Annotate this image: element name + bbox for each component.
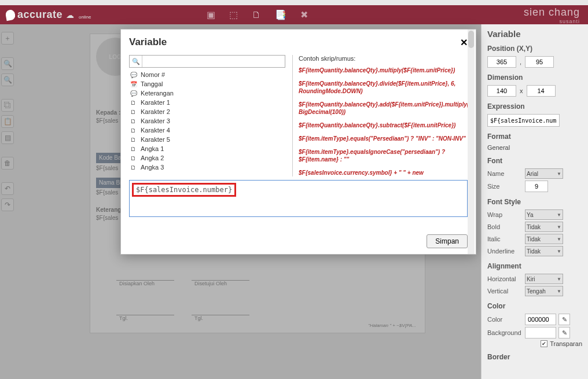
font-section: Font (487, 157, 582, 165)
italic-select[interactable]: Tidak▼ (525, 234, 563, 244)
underline-select[interactable]: Tidak▼ (525, 246, 563, 256)
script-example: $F{itemQuantity.balanceQty}.multiply($F{… (299, 67, 468, 74)
border-section: Border (487, 353, 582, 361)
variable-item[interactable]: 🗋Angka 1 (129, 144, 285, 153)
variable-item[interactable]: 📅Tanggal (129, 79, 285, 89)
var-item-label: Tanggal (141, 80, 163, 87)
expression-input[interactable] (487, 114, 560, 127)
tab-icon-2[interactable]: ⬚ (229, 9, 238, 20)
color-label: Color (487, 316, 525, 323)
flame-icon (5, 9, 16, 21)
close-icon[interactable]: ✖ (300, 9, 308, 20)
underline-label: Underline (487, 248, 525, 255)
dim-h-input[interactable] (527, 85, 556, 97)
pos-y-input[interactable] (525, 56, 554, 68)
font-size-input[interactable] (525, 181, 548, 192)
dim-w-input[interactable] (487, 85, 516, 97)
font-size-label: Size (487, 183, 525, 190)
variable-item[interactable]: 🗋Karakter 5 (129, 135, 285, 144)
search-input[interactable] (142, 56, 285, 67)
var-item-label: Nomor # (141, 71, 165, 78)
variable-item[interactable]: 🗋Karakter 4 (129, 126, 285, 135)
var-item-icon: 📅 (130, 81, 137, 87)
user-name: sien chang (524, 6, 580, 19)
tab-toolbar: ▣ ⬚ 🗋 📑 ✖ (207, 9, 308, 20)
variable-item[interactable]: 🗋Karakter 1 (129, 98, 285, 107)
horiz-label: Horizontal (487, 275, 525, 282)
var-item-label: Angka 1 (141, 145, 164, 152)
save-button[interactable]: Simpan (427, 234, 468, 248)
color-picker-button[interactable]: ✎ (558, 314, 570, 325)
script-examples: Contoh skrip/rumus: $F{itemQuantity.bala… (292, 55, 468, 176)
script-example: $F{itemQuantity.balanceQty}.subtract($F{… (299, 122, 468, 129)
var-item-label: Karakter 1 (141, 99, 170, 106)
variable-modal: Variable ✕ 🔍 💬Nomor #📅Tanggal💬Keterangan… (120, 29, 476, 255)
transparan-label: Transparan (550, 340, 582, 347)
font-style-section: Font Style (487, 198, 582, 206)
pos-x-input[interactable] (487, 56, 516, 68)
script-example: $F{item.itemType}.equals("Persediaan") ?… (299, 135, 468, 142)
cloud-icon: ☁ (66, 10, 74, 20)
var-item-label: Angka 3 (141, 164, 164, 171)
script-example: $F{salesInvoice.currency.symbol} + " " +… (299, 169, 468, 176)
app-header: accurate ☁ online ▣ ⬚ 🗋 📑 ✖ sien chang s… (0, 5, 588, 24)
font-name-select[interactable]: Arial▼ (525, 168, 563, 179)
properties-panel: Variable Position (X,Y) , Dimension x Ex… (481, 24, 588, 379)
var-item-icon: 🗋 (130, 164, 137, 171)
variable-search[interactable]: 🔍 (129, 55, 285, 68)
variable-item[interactable]: 💬Nomor # (129, 70, 285, 79)
logo: accurate ☁ online (6, 9, 91, 21)
var-item-icon: 💬 (130, 72, 137, 78)
script-example: $F{itemQuantity.balanceQty}.divide($F{it… (299, 80, 468, 95)
format-section: Format (487, 133, 582, 141)
pos-sep: , (520, 58, 521, 65)
search-icon: 🔍 (130, 56, 142, 67)
variable-item[interactable]: 🗋Karakter 3 (129, 116, 285, 126)
wrap-label: Wrap (487, 211, 525, 218)
tab-icon-4[interactable]: 📑 (275, 9, 286, 20)
script-example: $F{itemQuantity.balanceQty}.add($F{item.… (299, 101, 468, 116)
expression-editor[interactable]: $F{salesInvoice.number} (129, 180, 468, 217)
vert-select[interactable]: Tengah▼ (525, 286, 563, 296)
variable-item[interactable]: 🗋Karakter 2 (129, 107, 285, 116)
modal-close-button[interactable]: ✕ (460, 37, 468, 48)
panel-title: Variable (487, 29, 582, 39)
var-item-label: Karakter 2 (141, 108, 170, 115)
variable-item[interactable]: 🗋Angka 3 (129, 163, 285, 172)
var-item-label: Angka 2 (141, 154, 164, 161)
bg-input[interactable] (525, 327, 556, 338)
user-subname: susanti (524, 19, 580, 24)
script-example: $F{item.itemType}.equalsIgnoreCase("pers… (299, 148, 468, 163)
user-menu[interactable]: sien chang susanti (524, 6, 580, 24)
var-item-icon: 🗋 (130, 155, 137, 161)
dimension-section: Dimension (487, 73, 582, 82)
dim-sep: x (520, 87, 523, 94)
expression-text: $F{salesInvoice.number} (132, 183, 236, 197)
tab-icon-3[interactable]: 🗋 (252, 10, 261, 20)
var-item-label: Karakter 5 (141, 136, 170, 143)
horiz-select[interactable]: Kiri▼ (525, 274, 563, 284)
var-item-label: Keterangan (141, 90, 174, 97)
var-item-icon: 💬 (130, 90, 137, 97)
vert-label: Vertical (487, 288, 525, 295)
transparan-checkbox[interactable]: ✔ (541, 340, 547, 347)
var-item-icon: 🗋 (130, 109, 137, 115)
position-section: Position (X,Y) (487, 45, 582, 53)
var-item-icon: 🗋 (130, 100, 137, 106)
tab-icon-1[interactable]: ▣ (207, 9, 215, 20)
bg-picker-button[interactable]: ✎ (558, 327, 570, 338)
var-item-label: Karakter 4 (141, 127, 170, 134)
var-item-icon: 🗋 (130, 137, 137, 143)
color-section: Color (487, 302, 582, 310)
variable-item[interactable]: 🗋Angka 2 (129, 153, 285, 163)
color-input[interactable] (525, 314, 556, 325)
format-value: General (487, 144, 510, 151)
bold-label: Bold (487, 223, 525, 230)
bold-select[interactable]: Tidak▼ (525, 222, 563, 232)
variable-item[interactable]: 💬Keterangan (129, 89, 285, 98)
alignment-section: Alignment (487, 262, 582, 270)
wrap-select[interactable]: Ya▼ (525, 209, 563, 220)
variable-list[interactable]: 💬Nomor #📅Tanggal💬Keterangan🗋Karakter 1🗋K… (129, 70, 285, 176)
bg-label: Background (487, 329, 525, 336)
var-item-icon: 🗋 (130, 127, 137, 134)
